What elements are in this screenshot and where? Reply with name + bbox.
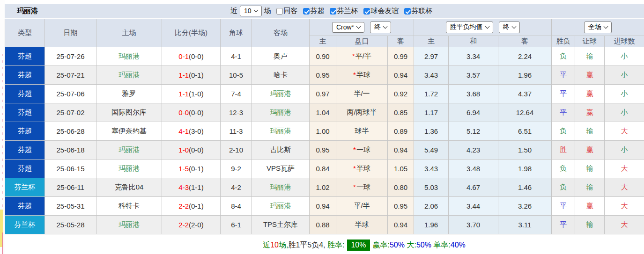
away-team-cell: 古比斯 [252,141,310,160]
col-header-score: 比分(半场) [162,19,221,47]
away-team-name: 玛丽港 [270,202,291,210]
result-cell: 负 [552,160,575,178]
avg-away-cell: 12.64 [498,103,552,122]
away-odds-value: 0.92 [394,90,407,98]
match-table: 类型 日期 主场 比分(半场) 角球 客场 Crow* 终 [5,19,644,234]
away-team-cell: 哈卡 [252,66,310,85]
league-checkbox-3[interactable] [404,8,411,15]
avg-away-value: 1.46 [518,183,532,191]
avg-away-value: 2.24 [518,52,532,60]
home-odds-cell: 0.95 [310,66,336,85]
footer-segment: 胜率: [327,240,344,250]
avg-home-value: 1.96 [424,221,438,229]
handicap-cell: *半球 [336,160,388,178]
match-date: 25-07-21 [56,71,84,79]
halftime-score: (0-0) [189,52,204,60]
avg-home-value: 5.03 [424,183,438,191]
result-cell: 负 [552,47,575,66]
fulltime-score: 1-0 [178,146,189,154]
away-odds-value: 0.95 [394,202,407,210]
goals-result-cell: 大 [605,197,644,216]
avg-home-value: 3.43 [424,165,438,173]
subcol-avg-home: 主 [414,36,449,47]
recent-count-select[interactable]: 10 [240,6,262,16]
handicap-result-cell: 赢 [575,197,605,216]
result-text: 负 [560,127,567,135]
handicap-result-text: 赢 [586,202,593,210]
avg-draw-value: 3.57 [466,71,480,79]
corners-cell: 6-1 [221,216,252,234]
score-cell: 0-0(0-0) [162,103,221,122]
league-checkbox-0[interactable] [303,8,310,15]
avg-away-cell: 2.24 [498,47,552,66]
result-text: 负 [560,183,567,191]
same-opponent-checkbox[interactable] [276,8,283,15]
goals-result-cell: 大 [605,216,644,234]
avg-home-value: 2.97 [424,52,438,60]
handicap-cell: *平/半 [336,47,388,66]
avg-draw-value: 3.48 [466,165,480,173]
handicap-cell: 球半 [336,122,388,141]
avg-home-cell: 1.36 [414,122,449,141]
halftime-score: (1-1) [189,183,204,191]
footer-segment: 单率: [431,240,451,250]
handicap-result-cell: 输 [575,178,605,197]
away-team-cell: 玛丽港 [252,178,310,197]
subcol-avg-away: 客 [498,36,552,47]
avg-draw-cell: 3.44 [449,197,498,216]
col-header-type: 类型 [5,19,45,47]
corners-cell: 11-3 [221,122,252,141]
match-row: 芬超25-07-26玛丽港0-1(0-0)4-1奥卢0.90*平/半0.992.… [5,47,644,66]
home-odds-value: 0.95 [316,146,329,154]
odds-company-select[interactable]: Crow* [332,22,364,33]
avg-type-select[interactable]: 胜平负均值 [446,22,493,33]
avg-draw-value: 4.23 [466,146,480,154]
goals-result-cell: 小 [605,47,644,66]
handicap-cell: 平/半 [336,197,388,216]
goals-result-cell: 大 [605,122,644,141]
result-scope-select[interactable]: 全场 [584,22,612,33]
avg-away-value: 6.51 [518,127,532,135]
goals-result-text: 大 [621,183,628,191]
match-date-cell: 25-07-21 [45,66,96,85]
avg-draw-cell: 3.57 [449,66,498,85]
footer-segment: 赢率: [373,240,390,250]
footer-segment: 胜1平5负4, [288,240,327,250]
match-date-cell: 25-06-18 [45,141,96,160]
handicap-star: * [353,145,356,153]
avg-home-cell: 1.72 [414,85,449,103]
subcol-odds-home: 主 [310,36,336,47]
avg-draw-cell: 3.68 [449,85,498,103]
avg-away-value: 3.11 [518,221,531,229]
handicap-result-text: 输 [586,220,593,228]
subcol-result: 胜负 [552,36,575,47]
result-cell: 平 [552,197,575,216]
handicap-result-cell: 赢 [575,141,605,160]
handicap-name: 半球 [356,71,370,79]
league-checkbox-2[interactable] [363,8,370,15]
league-checkbox-1[interactable] [330,8,336,15]
away-team-cell: TPS土尔库 [252,216,310,234]
left-gutter [0,0,5,254]
avg-type-value: 胜平负均值 [450,23,483,31]
home-odds-value: 0.84 [316,165,329,173]
score-cell: 1-1(0-1) [162,66,221,85]
league-type-cell: 芬超 [5,85,45,103]
avg-group-header: 胜平负均值 终 [414,19,552,36]
away-odds-value: 1.05 [394,165,407,173]
league-type-label: 芬兰杯 [15,183,36,191]
handicap-result-text: 输 [586,183,593,191]
fulltime-score: 1-1 [178,71,189,79]
home-team-cell: 克鲁比04 [96,178,162,197]
handicap-star: * [353,164,356,172]
home-team-name: 科特卡 [118,202,140,210]
league-type-cell: 芬超 [5,160,45,178]
chevron-down-icon [253,7,258,12]
avg-time-select[interactable]: 终 [499,22,520,33]
fulltime-score: 4-3 [178,183,189,191]
away-team-name: 哈卡 [274,71,288,79]
odds-time-select[interactable]: 终 [370,22,391,33]
home-team-name: 玛丽港 [118,71,140,79]
goals-result-cell: 小 [605,141,644,160]
avg-home-value: 2.06 [424,202,438,210]
